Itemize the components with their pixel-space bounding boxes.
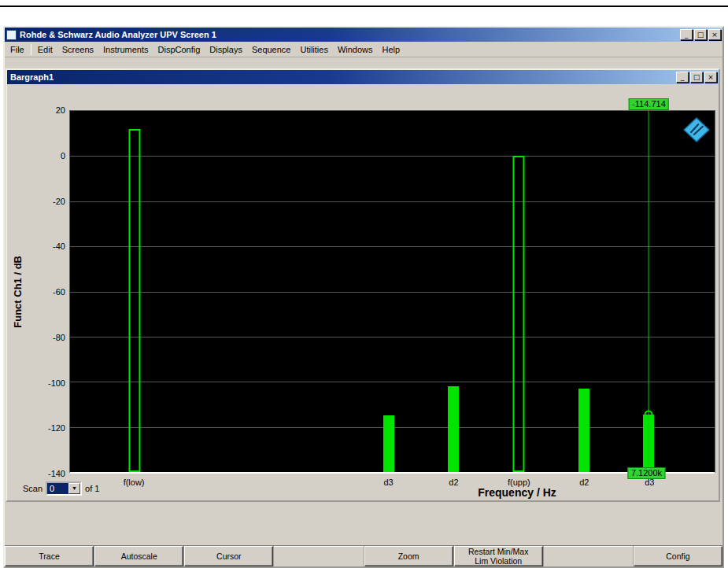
bargraph-close-icon[interactable]: × [704,72,717,83]
bar-f-low-0 [128,129,140,472]
softkey-zoom[interactable]: Zoom [364,546,453,566]
bargraph-title: Bargraph1 [9,72,674,82]
bar-d2-2 [448,386,459,472]
y-axis-title: Funct Ch1 / dB [12,110,24,474]
y-axis-ticks: 200-20-40-60-80-100-120-140 [31,110,65,474]
app-titlebar[interactable]: Rohde & Schwarz Audio Analyzer UPV Scree… [5,28,722,42]
scan-value: 0 [47,483,68,494]
chart-region: Funct Ch1 / dB 200-20-40-60-80-100-120-1… [7,84,719,500]
bargraph-window: Bargraph1 _ □ × Funct Ch1 / dB 200-20-40… [6,68,720,502]
x-tick-label: f(low) [124,478,145,487]
y-tick-label: 0 [61,151,65,160]
menu-item-dispconfig[interactable]: DispConfig [153,42,205,57]
x-axis-labels: f(low)d3d2f(upp)d2d3 [69,478,715,489]
rs-logo [683,117,710,142]
app-client: Bargraph1 _ □ × Funct Ch1 / dB 200-20-40… [5,57,722,566]
scan-label: Scan [23,484,42,493]
app-title: Rohde & Schwarz Audio Analyzer UPV Scree… [18,30,678,39]
menu-item-windows[interactable]: Windows [333,42,378,57]
softkey-empty-6 [543,546,633,566]
scan-dropdown[interactable]: 0 ▼ [46,481,82,496]
scan-control: Scan 0 ▼ of 1 [23,481,99,496]
softkey-cell-config: Config [633,546,722,566]
gridline [70,337,715,337]
bar-d3-1 [383,415,394,472]
menu-item-file[interactable]: File [6,42,29,57]
menu-item-help[interactable]: Help [378,42,405,57]
y-tick-label: -40 [53,242,65,251]
y-tick-label: -60 [53,287,65,297]
softkey-config[interactable]: Config [634,546,722,566]
y-tick-label: -20 [53,197,65,206]
minimize-icon[interactable]: _ [680,29,693,40]
app-window: Rohde & Schwarz Audio Analyzer UPV Scree… [3,26,724,568]
bargraph-titlebar[interactable]: Bargraph1 _ □ × [7,70,719,84]
softkey-cell-restart-min-max-lim-violation: Restart Min/Max Lim Violation [453,546,543,566]
page-top-rule [0,6,728,7]
menubar: FileEditScreensInstrumentsDispConfigDisp… [5,42,722,57]
softkey-autoscale[interactable]: Autoscale [94,546,183,566]
menu-separator [31,44,31,55]
restore-icon[interactable]: □ [694,29,707,40]
y-tick-label: -80 [53,333,65,342]
menu-item-edit[interactable]: Edit [33,42,57,57]
softkey-cursor[interactable]: Cursor [184,546,273,566]
scan-of-label: of 1 [85,484,99,493]
menu-item-sequence[interactable]: Sequence [247,42,296,57]
softkey-cell-cursor: Cursor [183,546,273,566]
bar-d2-4 [578,389,589,472]
gridline [70,201,715,202]
x-axis-title: Frequency / Hz [478,486,556,499]
menu-item-displays[interactable]: Displays [205,42,247,57]
chevron-down-icon[interactable]: ▼ [68,483,80,494]
bar-f-upp-3 [513,156,525,472]
bargraph-minimize-icon[interactable]: _ [676,72,689,83]
gridline [70,156,715,157]
close-icon[interactable]: × [708,29,721,40]
softkey-trace[interactable]: Trace [5,546,94,566]
y-tick-label: -120 [48,423,65,433]
cursor-marker-icon [645,411,653,419]
cursor-value-label: -114.714 [629,98,669,110]
gridline [70,292,715,293]
bargraph-maximize-icon[interactable]: □ [690,72,703,83]
menu-item-screens[interactable]: Screens [57,42,98,57]
x-tick-label: d3 [383,478,393,487]
y-tick-label: -100 [48,378,65,388]
gridline [70,246,715,247]
cursor-x-label: 7.1200k [628,467,665,479]
app-icon [6,30,17,40]
gridline [70,382,715,382]
menu-item-instruments[interactable]: Instruments [98,42,153,57]
plot-area[interactable] [69,110,715,474]
x-tick-label: d2 [449,478,458,487]
y-tick-label: 20 [56,105,65,115]
softkey-restart-min-max-lim-violation[interactable]: Restart Min/Max Lim Violation [454,546,543,566]
x-tick-label: d2 [579,478,589,487]
softkey-bar: TraceAutoscaleCursorZoomRestart Min/Max … [5,545,722,566]
softkey-cell-trace: Trace [5,546,94,566]
menu-item-utilities[interactable]: Utilities [295,42,332,57]
y-tick-label: -140 [48,469,65,478]
softkey-cell-autoscale: Autoscale [94,546,183,566]
softkey-empty-3 [273,546,363,566]
softkey-cell-zoom: Zoom [364,546,453,566]
